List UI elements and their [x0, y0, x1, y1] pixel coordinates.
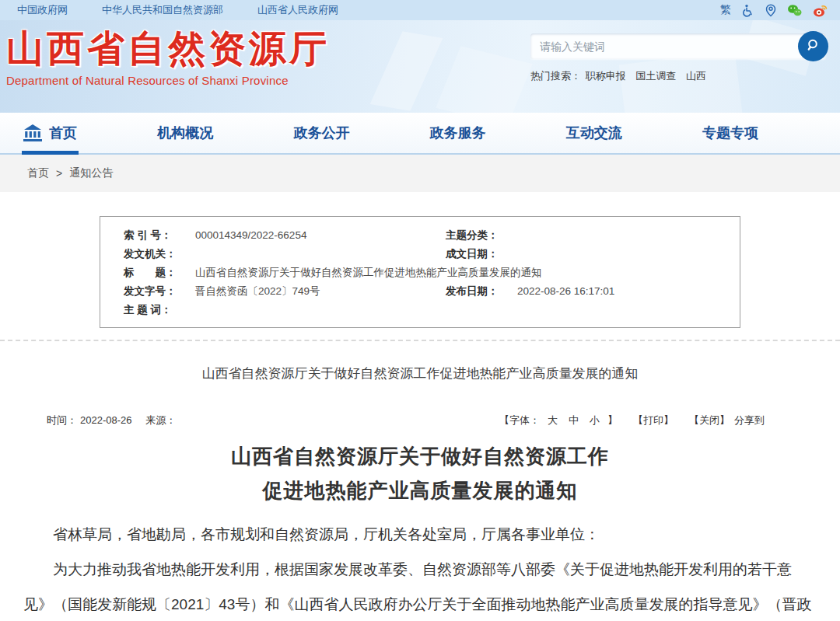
meta-value-keywords: [195, 301, 740, 319]
meta-value-doc-number: 晋自然资函〔2022〕749号: [195, 282, 446, 301]
breadcrumb-separator: >: [56, 167, 62, 180]
topbar-tools: 繁: [720, 3, 828, 17]
meta-value-issuing-agency: [195, 245, 446, 263]
search-box: [530, 33, 826, 59]
banner-building-decoration: [436, 46, 532, 113]
font-size-label-open: 【字体：: [499, 413, 540, 427]
nav-item-label: 首页: [49, 124, 77, 142]
meta-value-topic-category: [517, 226, 740, 245]
meta-label-topic-category: 主题分类：: [446, 226, 517, 245]
breadcrumb: 首页 > 通知公告: [0, 155, 840, 192]
topbar-links: 中国政府网 中华人民共和国自然资源部 山西省人民政府网: [17, 3, 338, 17]
main-nav: 首页 机构概况 政务公开 政务服务 互动交流 专题专项: [0, 113, 840, 155]
time-label: 时间：: [47, 414, 77, 426]
meta-value-publish-date: 2022-08-26 16:17:01: [517, 282, 740, 301]
article: 山西省自然资源厅关于做好自然资源工作促进地热能产业高质量发展的通知 时间：202…: [0, 341, 840, 621]
topbar: 中国政府网 中华人民共和国自然资源部 山西省人民政府网 繁: [0, 0, 840, 20]
site-logo[interactable]: 山西省自然资源厅 Department of Natural Resources…: [6, 30, 330, 87]
meta-label-title: 标 题：: [124, 263, 195, 282]
meta-label-keywords: 主 题 词：: [124, 301, 195, 319]
breadcrumb-current: 通知公告: [69, 166, 113, 180]
nav-item-interaction[interactable]: 互动交流: [566, 113, 622, 153]
print-button[interactable]: 【打印】: [633, 413, 674, 427]
accessibility-icon[interactable]: [741, 4, 754, 17]
hot-search-label: 热门搜索：: [530, 70, 581, 82]
article-info-right: 【字体： 大 中 小 】 【打印】 【关闭】 分享到: [499, 413, 765, 427]
wechat-icon[interactable]: [787, 4, 803, 17]
article-paragraph: 为大力推动我省地热能开发利用，根据国家发展改革委、自然资源部等八部委《关于促进地…: [23, 553, 817, 621]
nav-item-gov-services[interactable]: 政务服务: [430, 113, 486, 153]
meta-label-doc-number: 发文字号：: [124, 282, 195, 301]
site-subtitle: Department of Natural Resources of Shanx…: [6, 74, 330, 87]
nav-item-special-topics[interactable]: 专题专项: [702, 113, 758, 153]
article-title: 山西省自然资源厅关于做好自然资源工作 促进地热能产业高质量发展的通知: [0, 440, 840, 508]
topbar-link-shanxi-gov[interactable]: 山西省人民政府网: [257, 3, 338, 17]
nav-item-label: 政务服务: [430, 124, 486, 142]
breadcrumb-home[interactable]: 首页: [27, 166, 49, 180]
weibo-icon[interactable]: [813, 4, 828, 17]
article-paragraph: 省林草局，省地勘局，各市规划和自然资源局，厅机关各处室局，厅属各事业单位：: [23, 518, 817, 553]
meta-value-index-number: 000014349/2022-66254: [195, 226, 446, 245]
search-button[interactable]: [798, 31, 828, 61]
site-title: 山西省自然资源厅: [6, 30, 330, 68]
meta-label-written-date: 成文日期：: [446, 245, 517, 263]
meta-row-issuing-agency: 发文机关： 成文日期：: [100, 245, 740, 263]
search-input[interactable]: [530, 33, 826, 59]
meta-label-publish-date: 发布日期：: [446, 282, 517, 301]
nav-item-gov-disclosure[interactable]: 政务公开: [293, 113, 349, 153]
article-info-left: 时间：2022-08-26 来源：: [47, 413, 182, 427]
meta-row-doc-number: 发文字号： 晋自然资函〔2022〕749号 发布日期： 2022-08-26 1…: [100, 282, 740, 301]
time-value: 2022-08-26: [80, 414, 132, 426]
article-title-line2: 促进地热能产业高质量发展的通知: [0, 474, 840, 508]
banner-building-decoration: [370, 31, 443, 110]
hot-search-term-shanxi[interactable]: 山西: [686, 70, 706, 82]
article-title-line1: 山西省自然资源厅关于做好自然资源工作: [0, 440, 840, 474]
nav-item-label: 政务公开: [293, 124, 349, 142]
meta-row-keywords: 主 题 词：: [100, 301, 740, 319]
hot-search: 热门搜索： 职称申报 国土调查 山西: [530, 69, 826, 83]
article-info-bar: 时间：2022-08-26 来源： 【字体： 大 中 小 】 【打印】 【关闭】…: [0, 413, 840, 427]
topbar-link-china-gov[interactable]: 中国政府网: [17, 3, 68, 17]
document-meta-section: 索 引 号： 000014349/2022-66254 主题分类： 发文机关： …: [0, 192, 840, 328]
location-icon[interactable]: [765, 4, 777, 17]
article-list-title: 山西省自然资源厅关于做好自然资源工作促进地热能产业高质量发展的通知: [0, 365, 840, 382]
search-area: 热门搜索： 职称申报 国土调查 山西: [530, 33, 826, 83]
font-size-small-button[interactable]: 小: [590, 413, 600, 427]
share-button[interactable]: 分享到: [734, 413, 765, 427]
topbar-link-ministry-natural-resources[interactable]: 中华人民共和国自然资源部: [102, 3, 223, 17]
nav-item-label: 专题专项: [702, 124, 758, 142]
government-building-icon: [23, 124, 42, 141]
nav-item-home[interactable]: 首页: [23, 113, 77, 153]
font-size-large-button[interactable]: 大: [548, 413, 558, 427]
meta-row-title: 标 题： 山西省自然资源厅关于做好自然资源工作促进地热能产业高质量发展的通知: [100, 263, 740, 282]
source-label: 来源：: [145, 414, 176, 426]
nav-item-label: 互动交流: [566, 124, 622, 142]
meta-value-title: 山西省自然资源厅关于做好自然资源工作促进地热能产业高质量发展的通知: [195, 263, 740, 282]
site-header: 山西省自然资源厅 Department of Natural Resources…: [0, 20, 840, 113]
meta-label-issuing-agency: 发文机关：: [124, 245, 195, 263]
search-icon: [807, 38, 821, 54]
document-meta-box: 索 引 号： 000014349/2022-66254 主题分类： 发文机关： …: [100, 216, 740, 328]
traditional-chinese-toggle[interactable]: 繁: [720, 3, 731, 17]
meta-row-index: 索 引 号： 000014349/2022-66254 主题分类：: [100, 226, 740, 245]
hot-search-term-zhicheng[interactable]: 职称申报: [586, 70, 626, 82]
close-button[interactable]: 【关闭】: [689, 413, 730, 427]
meta-label-index-number: 索 引 号：: [124, 226, 195, 245]
font-size-medium-button[interactable]: 中: [569, 413, 579, 427]
nav-item-label: 机构概况: [157, 124, 213, 142]
font-size-label-close: 】: [607, 413, 618, 427]
nav-item-organization[interactable]: 机构概况: [157, 113, 213, 153]
article-body: 省林草局，省地勘局，各市规划和自然资源局，厅机关各处室局，厅属各事业单位： 为大…: [0, 518, 840, 621]
hot-search-term-guotu[interactable]: 国土调查: [635, 70, 676, 82]
meta-value-written-date: [517, 245, 740, 263]
